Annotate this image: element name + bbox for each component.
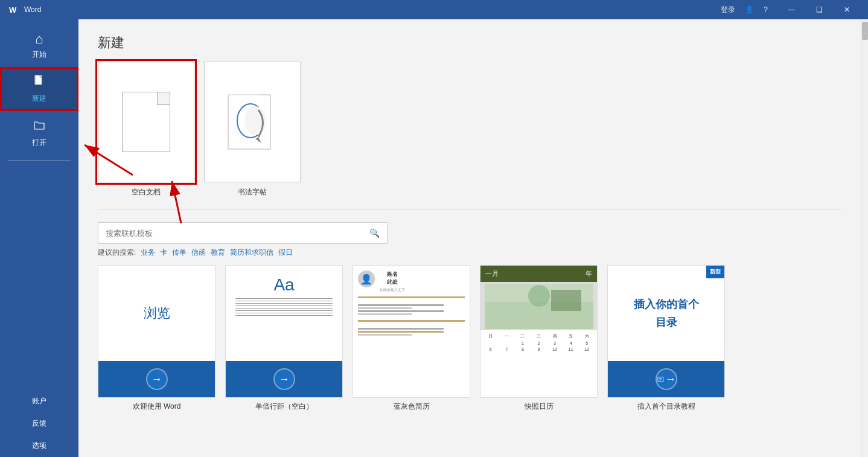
suggested-tag-letter[interactable]: 信函 bbox=[191, 248, 206, 258]
sidebar-bottom: 账户 反馈 选项 bbox=[0, 390, 78, 457]
svg-rect-12 bbox=[551, 290, 581, 311]
title-bar: W Word 登录 👤 ? — ❑ ✕ bbox=[0, 0, 868, 19]
toc-bottom: → bbox=[608, 361, 724, 397]
login-button[interactable]: 登录 bbox=[721, 5, 735, 15]
toc-arrow: → bbox=[656, 368, 677, 390]
sidebar-item-home[interactable]: ⌂ 开始 bbox=[0, 24, 78, 67]
singleline-arrow: → bbox=[273, 368, 295, 390]
gallery-card-calendar[interactable]: 一月 年 日一二 bbox=[480, 265, 598, 412]
title-bar-left: W Word bbox=[7, 4, 41, 16]
toc-line2: 目录 bbox=[617, 315, 715, 330]
app-body: ⌂ 开始 新建 bbox=[0, 19, 868, 457]
sidebar-open-label: 打开 bbox=[32, 138, 46, 148]
suggested-tag-card[interactable]: 卡 bbox=[160, 248, 167, 258]
svg-text:W: W bbox=[9, 5, 17, 14]
template-card-blank[interactable]: 空白文档 bbox=[98, 62, 194, 197]
browse-text: 浏览 bbox=[144, 304, 170, 322]
welcome-bottom: → bbox=[98, 361, 215, 397]
calendar-year: 年 bbox=[586, 269, 592, 278]
minimize-button[interactable]: — bbox=[777, 0, 805, 19]
sidebar-home-label: 开始 bbox=[32, 50, 46, 60]
search-input[interactable] bbox=[106, 229, 365, 238]
suggested-tag-flyer[interactable]: 传单 bbox=[172, 248, 187, 258]
sidebar-item-new[interactable]: 新建 bbox=[0, 67, 78, 111]
window-controls: — ❑ ✕ bbox=[777, 0, 861, 19]
resume-subtitle: 在此处输入文字 bbox=[380, 287, 405, 293]
calendar-card-img: 一月 年 日一二 bbox=[480, 265, 598, 398]
calendar-card-label: 快照日历 bbox=[480, 401, 598, 412]
sidebar: ⌂ 开始 新建 bbox=[0, 19, 78, 457]
singleline-bottom: → bbox=[226, 361, 342, 397]
user-icon: 👤 bbox=[745, 5, 754, 14]
suggested-tag-business[interactable]: 业务 bbox=[141, 248, 155, 258]
singleline-card-img: Aa bbox=[225, 265, 343, 398]
open-icon bbox=[33, 118, 46, 135]
new-doc-icon bbox=[33, 74, 46, 91]
search-icon[interactable]: 🔍 bbox=[369, 228, 380, 238]
sidebar-options[interactable]: 选项 bbox=[0, 435, 78, 457]
suggested-tag-education[interactable]: 教育 bbox=[211, 248, 225, 258]
search-bar: 🔍 bbox=[98, 222, 388, 244]
resume-name: 姓名 此处 bbox=[380, 270, 405, 286]
scrollbar[interactable] bbox=[861, 19, 868, 457]
app-title: Word bbox=[24, 5, 41, 14]
calendar-month: 一月 bbox=[485, 269, 499, 278]
suggested-label: 建议的搜索: bbox=[98, 248, 136, 258]
title-bar-controls: 登录 👤 ? — ❑ ✕ bbox=[721, 0, 861, 19]
featured-templates-row: 空白文档 书法字帖 bbox=[98, 62, 841, 210]
suggested-tag-holiday[interactable]: 假日 bbox=[278, 248, 293, 258]
sidebar-account[interactable]: 账户 bbox=[0, 390, 78, 412]
sidebar-divider bbox=[8, 160, 71, 161]
blank-doc-thumbnail bbox=[98, 62, 194, 182]
search-area: 🔍 建议的搜索: 业务 卡 传单 信函 教育 简历和求职信 假日 bbox=[98, 222, 841, 258]
sidebar-item-open[interactable]: 打开 bbox=[0, 111, 78, 155]
gallery-card-resume[interactable]: 👤 姓名 此处 在此处输入文字 bbox=[353, 265, 470, 412]
help-button[interactable]: ? bbox=[764, 5, 768, 14]
restore-button[interactable]: ❑ bbox=[805, 0, 833, 19]
gallery-row: 浏览 → 欢迎使用 Word Aa bbox=[98, 265, 841, 412]
blank-doc-label: 空白文档 bbox=[98, 187, 194, 197]
svg-point-11 bbox=[528, 285, 550, 307]
toc-line1: 插入你的首个 bbox=[617, 297, 715, 312]
main-area: 新建 空白文档 bbox=[78, 19, 861, 457]
svg-rect-2 bbox=[35, 75, 42, 85]
gallery-card-singleline[interactable]: Aa bbox=[225, 265, 343, 412]
calendar-header: 一月 年 bbox=[480, 266, 597, 282]
calendar-image-area bbox=[480, 282, 597, 330]
resume-card-img: 👤 姓名 此处 在此处输入文字 bbox=[353, 265, 470, 398]
sidebar-feedback[interactable]: 反馈 bbox=[0, 412, 78, 435]
resume-card-label: 蓝灰色简历 bbox=[353, 401, 470, 412]
welcome-card-img: 浏览 → bbox=[98, 265, 215, 398]
suggested-searches: 建议的搜索: 业务 卡 传单 信函 教育 简历和求职信 假日 bbox=[98, 248, 841, 258]
home-icon: ⌂ bbox=[35, 31, 43, 47]
section-title: 新建 bbox=[98, 34, 841, 52]
template-card-calligraphy[interactable]: 书法字帖 bbox=[204, 62, 301, 197]
resume-avatar: 👤 bbox=[358, 270, 375, 287]
toc-card-img: 插入你的首个 目录 → bbox=[607, 265, 725, 398]
singleline-card-label: 单倍行距（空白） bbox=[225, 401, 343, 412]
toc-card-label: 插入首个目录教程 bbox=[607, 401, 725, 412]
svg-rect-13 bbox=[657, 377, 663, 382]
gallery-card-toc[interactable]: 插入你的首个 目录 → bbox=[607, 265, 725, 412]
singleline-aa: Aa bbox=[235, 275, 333, 295]
word-logo: W bbox=[7, 4, 19, 16]
calligraphy-thumbnail bbox=[204, 62, 301, 182]
toc-badge: 新型 bbox=[706, 266, 724, 278]
welcome-card-label: 欢迎使用 Word bbox=[98, 401, 215, 412]
suggested-tag-resume[interactable]: 简历和求职信 bbox=[230, 248, 273, 258]
blank-doc-icon bbox=[122, 92, 170, 152]
sidebar-new-label: 新建 bbox=[32, 94, 46, 104]
gallery-card-welcome[interactable]: 浏览 → 欢迎使用 Word bbox=[98, 265, 215, 412]
welcome-arrow: → bbox=[146, 368, 168, 390]
calligraphy-label: 书法字帖 bbox=[204, 187, 301, 197]
calendar-grid: 日一二 三四五六 1 2345 678 9101112 bbox=[480, 330, 597, 354]
close-button[interactable]: ✕ bbox=[833, 0, 861, 19]
